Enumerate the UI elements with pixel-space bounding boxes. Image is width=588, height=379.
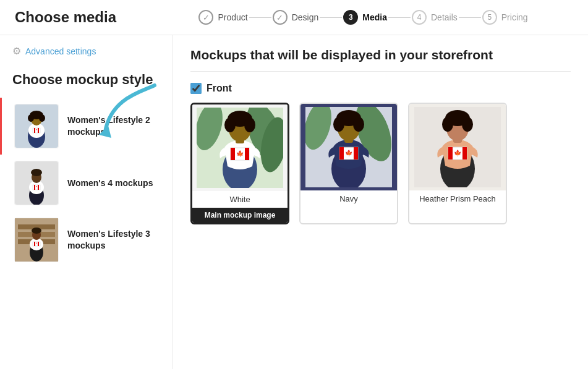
heather-tshirt-svg: 🍁 (414, 107, 501, 187)
svg-point-33 (32, 228, 41, 234)
step-design[interactable]: ✓ Design (273, 10, 319, 25)
mockup-card-navy[interactable]: 🍁 Navy (299, 103, 398, 224)
mockup-item-womens4-label: Women's 4 mockups (67, 177, 153, 190)
lifestyle3-thumbnail-svg (15, 218, 58, 262)
body: ⚙ Advanced settings Choose mockup style (0, 35, 588, 369)
mockup-thumb-womens4 (14, 161, 59, 205)
mockup-list: Women's Lifestyle 2 mockups (0, 98, 173, 268)
svg-rect-4 (33, 128, 40, 133)
svg-text:🍁: 🍁 (345, 149, 353, 157)
mockup-card-heather-name: Heather Prism Peach (409, 190, 506, 207)
svg-rect-15 (33, 185, 40, 190)
step-details-circle: 4 (412, 10, 427, 25)
lifestyle2-thumbnail-svg (15, 104, 58, 148)
step-pricing-circle: 5 (482, 10, 497, 25)
front-section: Front (190, 83, 571, 224)
right-panel: Mockups that will be displayed in your s… (173, 35, 588, 369)
mockup-grid: 🍁 White Main mockup image (190, 103, 571, 224)
step-media-label: Media (362, 12, 387, 22)
svg-rect-65 (448, 147, 453, 160)
step-details[interactable]: 4 Details (412, 10, 458, 25)
step-pricing[interactable]: 5 Pricing (482, 10, 528, 25)
svg-rect-29 (34, 242, 35, 246)
connector-4 (459, 17, 481, 18)
connector-1 (249, 17, 271, 18)
mockup-item-lifestyle3[interactable]: Women's Lifestyle 3 mockups (0, 211, 173, 268)
front-header: Front (190, 83, 571, 94)
white-tshirt-svg: 🍁 (197, 108, 283, 188)
svg-point-59 (333, 117, 344, 132)
mockup-card-heather[interactable]: 🍁 Heather Prism Peach (408, 103, 507, 224)
mockup-card-img-navy: 🍁 (300, 104, 397, 190)
step-design-circle: ✓ (273, 10, 288, 25)
header: Choose media ✓ Product ✓ Design 3 Media (0, 0, 588, 35)
womens4-thumbnail-svg (15, 161, 58, 205)
mockup-card-img-heather: 🍁 (409, 104, 506, 190)
svg-rect-6 (38, 128, 39, 133)
svg-point-71 (442, 117, 453, 132)
svg-rect-5 (34, 128, 35, 133)
left-panel: ⚙ Advanced settings Choose mockup style (0, 35, 173, 369)
svg-point-20 (31, 169, 42, 176)
mockup-style-title: Choose mockup style (0, 67, 173, 98)
connector-2 (320, 17, 342, 18)
svg-rect-40 (231, 148, 235, 160)
svg-point-47 (244, 117, 255, 132)
mockup-card-white[interactable]: 🍁 White Main mockup image (190, 103, 289, 224)
svg-rect-17 (38, 185, 39, 190)
svg-point-11 (39, 114, 45, 122)
svg-point-46 (224, 117, 236, 132)
svg-rect-66 (462, 147, 467, 160)
mockup-thumb-lifestyle2 (14, 104, 59, 148)
front-label: Front (207, 83, 232, 94)
step-media[interactable]: 3 Media (343, 10, 387, 25)
mockup-item-lifestyle3-label: Women's Lifestyle 3 mockups (67, 228, 160, 252)
mockup-card-img-white: 🍁 (192, 104, 288, 191)
mockup-item-womens4[interactable]: Women's 4 mockups (0, 155, 173, 211)
svg-point-10 (28, 114, 34, 122)
advanced-settings-link[interactable]: ⚙ Advanced settings (0, 45, 173, 67)
svg-rect-16 (34, 185, 35, 190)
svg-rect-41 (245, 148, 249, 160)
section-title: Mockups that will be displayed in your s… (190, 48, 571, 72)
navy-tshirt-svg: 🍁 (305, 107, 392, 187)
gear-icon: ⚙ (12, 45, 21, 57)
step-details-label: Details (431, 12, 458, 22)
page-title: Choose media (15, 9, 116, 26)
svg-point-72 (462, 117, 473, 132)
mockup-item-lifestyle2-label: Women's Lifestyle 2 mockups (67, 114, 160, 138)
connector-3 (388, 17, 411, 18)
front-checkbox[interactable] (190, 83, 202, 94)
mockup-thumb-lifestyle3 (14, 218, 59, 262)
step-product-circle: ✓ (198, 10, 213, 25)
stepper: ✓ Product ✓ Design 3 Media 4 Details (153, 10, 573, 25)
step-product[interactable]: ✓ Product (198, 10, 247, 25)
step-design-label: Design (292, 12, 319, 22)
step-media-circle: 3 (343, 10, 358, 25)
svg-point-60 (353, 117, 364, 132)
advanced-settings-label: Advanced settings (25, 46, 96, 56)
svg-text:🍁: 🍁 (236, 150, 244, 158)
step-product-label: Product (218, 12, 247, 22)
mockup-card-white-name: White (192, 191, 288, 208)
svg-rect-54 (354, 147, 358, 160)
main-mockup-badge: Main mockup image (192, 208, 288, 223)
svg-rect-30 (38, 242, 39, 246)
mockup-card-navy-name: Navy (300, 190, 397, 207)
mockup-item-lifestyle2[interactable]: Women's Lifestyle 2 mockups (0, 98, 173, 155)
svg-rect-53 (339, 147, 344, 160)
step-pricing-label: Pricing (501, 12, 528, 22)
svg-text:🍁: 🍁 (454, 149, 462, 157)
